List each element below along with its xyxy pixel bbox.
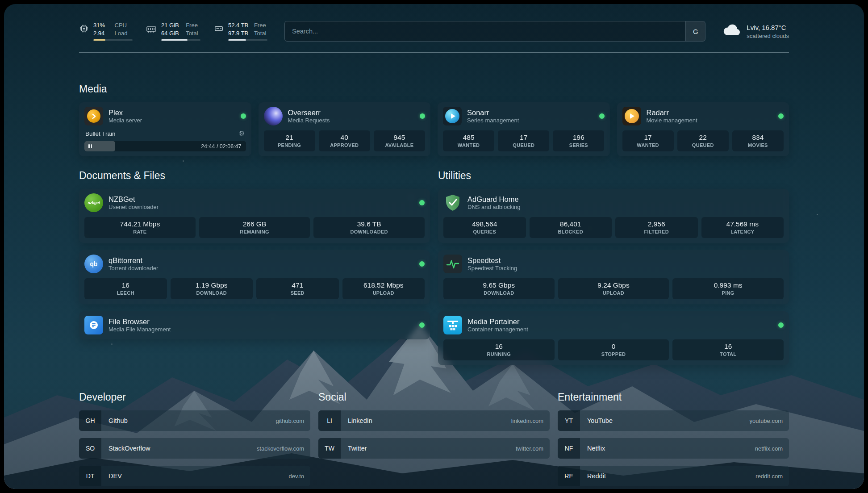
dashboard-screen: 31% CPU 2.94 Load	[4, 4, 864, 489]
header: 31% CPU 2.94 Load	[79, 21, 789, 42]
bookmark-url: twitter.com	[516, 438, 550, 459]
memory-free-value: 21 GiB	[161, 22, 181, 29]
weather-condition: scattered clouds	[747, 33, 789, 39]
memory-readout: 21 GiB Free 64 GiB Total	[161, 22, 200, 41]
memory-bar	[161, 39, 200, 41]
bookmark-url: stackoverflow.com	[257, 438, 310, 459]
utilities-cards: AdGuard Home DNS and adblocking 498,564Q…	[438, 189, 789, 365]
search-provider-button[interactable]: G	[685, 21, 705, 41]
status-dot	[778, 113, 784, 119]
documents-cards: nzbget NZBGet Usenet downloader 744.21 M…	[79, 189, 430, 339]
bookmark-name: LinkedIn	[341, 410, 372, 431]
search-input[interactable]	[285, 21, 685, 41]
middle-columns: Documents & Files nzbget NZBGet Usenet d…	[79, 170, 789, 365]
portainer-titles: Media Portainer Container management	[467, 317, 528, 334]
bookmark-name: Reddit	[580, 466, 606, 486]
bookmark-url: github.com	[275, 410, 310, 431]
cpu-widget: 31% CPU 2.94 Load	[79, 22, 133, 41]
bookmark-abbr: RE	[558, 466, 580, 486]
weather-widget[interactable]: Lviv, 16.87°C scattered clouds	[722, 23, 789, 39]
sonarr-stats: 485WANTED 17QUEUED 196SERIES	[443, 130, 605, 151]
resource-widgets: 31% CPU 2.94 Load	[79, 22, 267, 41]
bookmark-abbr: TW	[318, 438, 341, 459]
bookmark-stackoverflow[interactable]: SO StackOverflow stackoverflow.com	[79, 438, 310, 459]
gear-icon[interactable]: ⚙	[239, 130, 245, 138]
bookmark-abbr: SO	[79, 438, 101, 459]
disk-icon	[214, 24, 224, 35]
service-card-portainer[interactable]: Media Portainer Container management 16R…	[438, 311, 789, 365]
weather-location: Lviv, 16.87°C	[747, 23, 789, 32]
now-playing-title: Bullet Train	[85, 130, 116, 137]
cpu-usage-value: 31%	[93, 22, 110, 29]
memory-icon	[146, 24, 157, 36]
bookmarks-social: Social LI LinkedIn linkedin.com TW Twitt…	[318, 391, 550, 489]
bookmarks-section: Developer GH Github github.com SO StackO…	[79, 391, 789, 489]
service-description: Speedtest Tracking	[467, 265, 517, 272]
adguard-stats: 498,564QUERIES 86,401BLOCKED 2,956FILTER…	[443, 217, 784, 238]
service-card-plex[interactable]: Plex Media server Bullet Train ⚙	[79, 102, 251, 156]
bookmark-url: linkedin.com	[511, 410, 550, 431]
playback-progress-bar[interactable]: 24:44 / 02:06:47	[84, 141, 246, 151]
memory-total-value: 64 GiB	[161, 30, 181, 38]
status-dot	[778, 322, 784, 328]
service-card-radarr[interactable]: Radarr Movie management 17WANTED 22QUEUE…	[617, 102, 789, 156]
service-name: Media Portainer	[467, 317, 528, 326]
status-dot	[599, 113, 605, 119]
cpu-load-value: 2.94	[93, 30, 110, 38]
search-bar: G	[284, 21, 705, 42]
pause-icon[interactable]	[88, 144, 92, 148]
disk-total-label: Total	[254, 30, 267, 38]
service-name: Radarr	[647, 108, 697, 117]
overseerr-icon	[264, 107, 283, 125]
overseerr-stats: 21PENDING 40APPROVED 945AVAILABLE	[264, 130, 426, 151]
bookmarks-title-social: Social	[318, 391, 550, 403]
cpu-load-label: Load	[115, 30, 133, 38]
service-card-overseerr[interactable]: Overseerr Media Requests 21PENDING 40APP…	[259, 102, 431, 156]
filebrowser-titles: File Browser Media File Management	[108, 317, 171, 334]
bookmark-abbr: YT	[558, 410, 580, 431]
status-dot	[419, 261, 425, 267]
service-card-speedtest[interactable]: Speedtest Speedtest Tracking 9.65 GbpsDO…	[438, 250, 789, 304]
bookmark-name: Github	[101, 410, 128, 431]
bookmark-url: netflix.com	[755, 438, 789, 459]
bookmark-netflix[interactable]: NF Netflix netflix.com	[558, 438, 789, 459]
stat-filtered: 2,956FILTERED	[615, 217, 698, 238]
bookmark-dev[interactable]: DT DEV dev.to	[79, 466, 310, 486]
cpu-icon	[79, 24, 89, 35]
disk-readout: 52.4 TB Free 97.9 TB Total	[228, 22, 267, 41]
service-card-filebrowser[interactable]: File Browser Media File Management	[79, 311, 430, 339]
qbittorrent-stats: 16LEECH 1.19 GbpsDOWNLOAD 471SEED 618.52…	[84, 278, 425, 299]
section-utilities: Utilities	[438, 170, 789, 365]
speedtest-titles: Speedtest Speedtest Tracking	[467, 256, 517, 272]
service-name: File Browser	[108, 317, 171, 326]
bookmarks-entertainment: Entertainment YT YouTube youtube.com NF …	[558, 391, 789, 489]
speedtest-stats: 9.65 GbpsDOWNLOAD 9.24 GbpsUPLOAD 0.993 …	[443, 278, 784, 299]
portainer-stats: 16RUNNING 0STOPPED 16TOTAL	[443, 339, 784, 360]
section-title-documents: Documents & Files	[79, 170, 430, 182]
bookmark-github[interactable]: GH Github github.com	[79, 410, 310, 431]
bookmarks-title-entertainment: Entertainment	[558, 391, 789, 403]
service-name: Overseerr	[288, 108, 330, 117]
stat-queries: 498,564QUERIES	[443, 217, 526, 238]
service-description: Media Requests	[288, 117, 330, 124]
service-description: Movie management	[647, 117, 697, 124]
bookmark-abbr: DT	[79, 466, 101, 486]
bookmark-reddit[interactable]: RE Reddit reddit.com	[558, 466, 789, 486]
memory-widget: 21 GiB Free 64 GiB Total	[146, 22, 200, 41]
stat-ping: 0.993 msPING	[672, 278, 784, 299]
service-card-qbittorrent[interactable]: qb qBittorrent Torrent downloader 16LEEC…	[79, 250, 430, 304]
service-card-sonarr[interactable]: Sonarr Series management 485WANTED 17QUE…	[438, 102, 610, 156]
bookmark-youtube[interactable]: YT YouTube youtube.com	[558, 410, 789, 431]
bookmark-linkedin[interactable]: LI LinkedIn linkedin.com	[318, 410, 550, 431]
media-cards: Plex Media server Bullet Train ⚙	[79, 102, 789, 156]
stat-latency: 47.569 msLATENCY	[701, 217, 784, 238]
service-card-adguard[interactable]: AdGuard Home DNS and adblocking 498,564Q…	[438, 189, 789, 243]
service-description: Usenet downloader	[108, 204, 159, 211]
bookmark-name: StackOverflow	[101, 438, 150, 459]
service-card-nzbget[interactable]: nzbget NZBGet Usenet downloader 744.21 M…	[79, 189, 430, 243]
disk-free-label: Free	[254, 22, 267, 29]
service-description: Media server	[108, 117, 142, 124]
bookmark-name: YouTube	[580, 410, 613, 431]
bookmark-twitter[interactable]: TW Twitter twitter.com	[318, 438, 550, 459]
section-title-utilities: Utilities	[438, 170, 789, 182]
